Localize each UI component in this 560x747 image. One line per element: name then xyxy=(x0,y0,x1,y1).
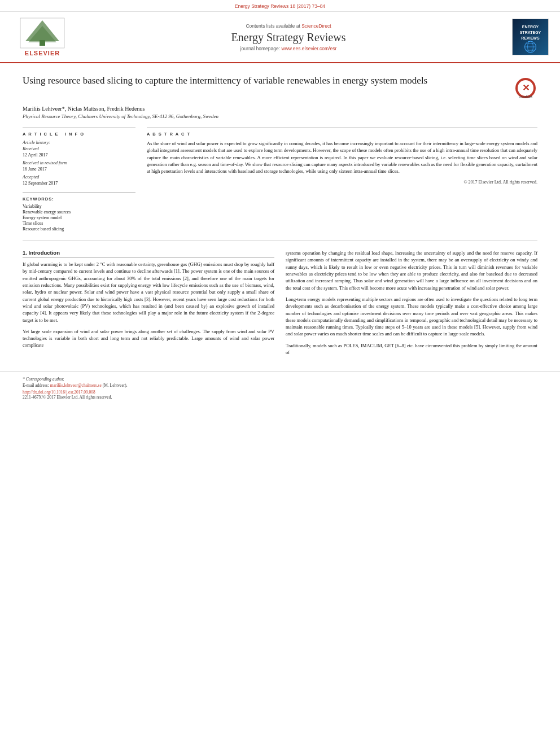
elsevier-brand-text: ELSEVIER xyxy=(25,50,60,56)
doi-line: http://dx.doi.org/10.1016/j.esr.2017.09.… xyxy=(23,389,537,395)
email-address[interactable]: mariliis.lehtveer@chalmers.se xyxy=(50,383,102,388)
footer-area: * Corresponding author. E-mail address: … xyxy=(0,372,560,407)
contents-label: Contents lists available at xyxy=(246,23,300,29)
sciencedirect-link[interactable]: ScienceDirect xyxy=(301,23,331,29)
section1-right-para3: Traditionally, models such as POLES, IMA… xyxy=(286,342,537,356)
keyword-2: Renewable energy sources xyxy=(23,209,135,215)
affiliation-text: Physical Resource Theory, Chalmers Unive… xyxy=(23,113,537,119)
accepted-label: Accepted xyxy=(23,174,135,180)
energy-logo-right: ENERGY STRATEGY REVIEWS xyxy=(504,19,549,55)
article-title-section: Using resource based slicing to capture … xyxy=(23,75,537,100)
accepted-date: 12 September 2017 xyxy=(23,181,135,186)
received-date: 12 April 2017 xyxy=(23,152,135,158)
abstract-text: As the share of wind and solar power is … xyxy=(147,140,537,175)
email-suffix: (M. Lehtveer). xyxy=(103,383,128,388)
crossmark-icon: ✕ CrossMark xyxy=(515,77,536,99)
svg-text:CrossMark: CrossMark xyxy=(519,95,533,98)
journal-homepage-line: journal homepage: www.ees.elsevier.com/e… xyxy=(73,46,504,51)
svg-text:✕: ✕ xyxy=(522,83,530,93)
doi-url[interactable]: http://dx.doi.org/10.1016/j.esr.2017.09.… xyxy=(23,390,95,395)
contents-available-line: Contents lists available at ScienceDirec… xyxy=(73,23,504,29)
section1-right-para1: systems operation by changing the residu… xyxy=(286,250,537,291)
article-history-label: Article history: xyxy=(23,140,135,145)
revised-label: Received in revised form xyxy=(23,160,135,165)
journal-center-info: Contents lists available at ScienceDirec… xyxy=(73,23,504,51)
revised-date: 16 June 2017 xyxy=(23,167,135,172)
keywords-heading: Keywords: xyxy=(23,196,135,202)
section1-heading: 1. Introduction xyxy=(23,250,274,257)
keyword-1: Variability xyxy=(23,204,135,209)
copyright-line: © 2017 Elsevier Ltd. All rights reserved… xyxy=(147,180,537,185)
article-info-box: A R T I C L E I N F O Article history: R… xyxy=(23,128,135,186)
email-line: E-mail address: mariliis.lehtveer@chalme… xyxy=(23,383,537,388)
keywords-box: Keywords: Variability Renewable energy s… xyxy=(23,193,135,231)
email-label: E-mail address: xyxy=(23,383,49,388)
body-right-col: systems operation by changing the residu… xyxy=(286,250,537,360)
rights-line: 2211-467X/© 2017 Elsevier Ltd. All right… xyxy=(23,395,537,400)
section1-right-para2: Long-term energy models representing mul… xyxy=(286,296,537,338)
section1-para1: If global warming is to be kept under 2 … xyxy=(23,261,274,324)
journal-header: ELSEVIER Contents lists available at Sci… xyxy=(0,12,560,63)
keyword-3: Energy system model xyxy=(23,215,135,220)
keyword-5: Resource based slicing xyxy=(23,226,135,231)
homepage-label: journal homepage: xyxy=(240,46,280,51)
homepage-url[interactable]: www.ees.elsevier.com/esr xyxy=(282,46,337,51)
abstract-box: A B S T R A C T As the share of wind and… xyxy=(147,128,537,185)
energy-logo-box: ENERGY STRATEGY REVIEWS xyxy=(512,19,549,55)
journal-ref-text: Energy Strategy Reviews 18 (2017) 73–84 xyxy=(235,3,325,9)
main-content: Using resource based slicing to capture … xyxy=(0,63,560,369)
right-column: A B S T R A C T As the share of wind and… xyxy=(147,128,537,232)
left-column: A R T I C L E I N F O Article history: R… xyxy=(23,128,135,232)
svg-text:REVIEWS: REVIEWS xyxy=(521,36,540,40)
elsevier-logo: ELSEVIER xyxy=(11,18,73,56)
info-abstract-columns: A R T I C L E I N F O Article history: R… xyxy=(23,128,537,232)
journal-title: Energy Strategy Reviews xyxy=(73,31,504,44)
body-columns: 1. Introduction If global warming is to … xyxy=(23,250,537,360)
section-divider xyxy=(23,241,537,241)
svg-text:ENERGY: ENERGY xyxy=(522,25,539,29)
abstract-heading: A B S T R A C T xyxy=(147,132,537,137)
svg-text:STRATEGY: STRATEGY xyxy=(520,30,541,34)
journal-reference-bar: Energy Strategy Reviews 18 (2017) 73–84 xyxy=(0,0,560,12)
article-info-heading: A R T I C L E I N F O xyxy=(23,132,135,137)
article-title: Using resource based slicing to capture … xyxy=(23,75,509,87)
section1-para2: Yet large scale expansion of wind and so… xyxy=(23,328,274,349)
body-left-col: 1. Introduction If global warming is to … xyxy=(23,250,274,360)
page: Energy Strategy Reviews 18 (2017) 73–84 … xyxy=(0,0,560,747)
authors-text: Mariliis Lehtveer*, Niclas Mattsson, Fre… xyxy=(23,106,145,112)
crossmark-badge[interactable]: ✕ CrossMark xyxy=(515,77,537,100)
footnote-star: * Corresponding author. xyxy=(23,377,64,382)
authors-line: Mariliis Lehtveer*, Niclas Mattsson, Fre… xyxy=(23,106,537,112)
received-label: Received xyxy=(23,146,135,151)
elsevier-tree-icon xyxy=(20,18,65,49)
keyword-4: Time slices xyxy=(23,221,135,226)
footnote-corresponding: * Corresponding author. xyxy=(23,377,537,382)
energy-logo-icon: ENERGY STRATEGY REVIEWS xyxy=(513,19,548,55)
